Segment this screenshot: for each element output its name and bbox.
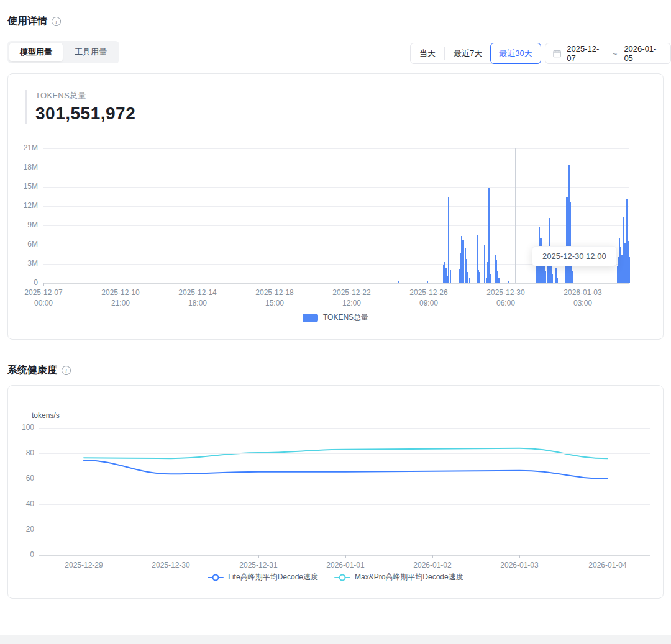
date-range-start: 2025-12-07 <box>567 44 606 63</box>
x-axis-tick <box>258 555 259 558</box>
line-series <box>84 460 608 479</box>
tab-model-usage[interactable]: 模型用量 <box>9 43 63 61</box>
y-axis-label: 6M <box>8 240 38 248</box>
gridline <box>43 168 629 168</box>
chart-crosshair-line <box>515 148 516 283</box>
legend-label: Max&Pro高峰期平均Decode速度 <box>355 572 463 583</box>
x-axis-label: 2026-01-04 <box>573 560 642 571</box>
x-axis-label: 2025-12-1815:00 <box>240 288 309 309</box>
y-axis-label: 9M <box>8 220 38 229</box>
x-axis-label: 2026-01-0303:00 <box>549 288 617 309</box>
gridline <box>43 187 629 188</box>
legend-item[interactable]: Max&Pro高峰期平均Decode速度 <box>334 572 463 583</box>
x-axis-tick <box>352 283 352 286</box>
y-axis-label: 100 <box>4 423 34 432</box>
bar <box>484 245 485 283</box>
line-legend-icon <box>208 577 224 578</box>
tokens-chart-plot[interactable]: 2025-12-30 12:00 03M6M9M12M15M18M21M2025… <box>43 148 629 283</box>
x-axis-label: 2026-01-03 <box>485 560 554 571</box>
y-axis-label: 0 <box>8 278 38 287</box>
health-chart-plot[interactable]: 0204060801002025-12-292025-12-302025-12-… <box>39 428 650 555</box>
legend-item[interactable]: Lite高峰期平均Decode速度 <box>208 572 318 583</box>
bar <box>398 281 399 283</box>
x-axis-tick <box>171 555 171 558</box>
footer-strip <box>0 635 671 644</box>
bar <box>552 274 553 283</box>
stat-value: 301,551,972 <box>35 104 135 124</box>
bar <box>572 271 573 283</box>
gridline <box>43 148 629 149</box>
bar <box>488 188 490 283</box>
bar <box>450 270 451 283</box>
x-axis-tick <box>84 555 84 558</box>
tokens-total-stat: TOKENS总量 301,551,972 <box>25 90 135 124</box>
gridline <box>39 428 650 429</box>
legend-label: TOKENS总量 <box>323 313 368 322</box>
gridline <box>39 479 650 479</box>
bar <box>467 272 468 283</box>
bar <box>462 240 464 283</box>
health-title-text: 系统健康度 <box>7 364 57 377</box>
gridline <box>39 504 650 505</box>
gridline <box>39 555 650 556</box>
tab-tool-usage[interactable]: 工具用量 <box>64 43 117 61</box>
date-range-end: 2026-01-05 <box>624 44 663 63</box>
bar <box>557 278 558 283</box>
bar <box>490 274 491 283</box>
line-chart-svg <box>39 428 650 555</box>
info-icon[interactable]: i <box>52 17 61 26</box>
x-axis-tick <box>506 283 506 286</box>
bar <box>545 271 546 283</box>
range-today-button[interactable]: 当天 <box>411 43 444 63</box>
usage-tabs: 模型用量 工具用量 <box>7 41 119 63</box>
bar <box>629 257 630 283</box>
y-axis-unit-label: tokens/s <box>32 411 60 420</box>
x-axis-label: 2026-01-01 <box>311 560 380 571</box>
tokens-usage-card: TOKENS总量 301,551,972 2025-12-30 12:00 03… <box>7 73 664 340</box>
x-axis-tick <box>519 555 520 558</box>
y-axis-label: 20 <box>4 525 34 533</box>
health-chart-legend[interactable]: Lite高峰期平均Decode速度Max&Pro高峰期平均Decode速度 <box>8 572 663 583</box>
range-30days-button[interactable]: 最近30天 <box>490 43 541 64</box>
date-range-picker[interactable]: 2025-12-07 ~ 2026-01-05 <box>545 43 671 64</box>
y-axis-label: 15M <box>8 182 38 191</box>
time-range-group: 当天 最近7天 最近30天 <box>410 43 541 64</box>
y-axis-label: 3M <box>8 259 38 268</box>
x-axis-label: 2025-12-3006:00 <box>472 288 540 309</box>
chart-tooltip: 2025-12-30 12:00 <box>532 246 617 266</box>
range-7days-button[interactable]: 最近7天 <box>445 43 491 63</box>
bar <box>479 272 480 283</box>
bar <box>427 281 428 283</box>
y-axis-label: 80 <box>4 448 34 457</box>
bar <box>566 197 568 283</box>
legend-label: Lite高峰期平均Decode速度 <box>228 572 318 583</box>
legend-item: TOKENS总量 <box>303 312 368 323</box>
calendar-icon <box>553 49 561 58</box>
bar <box>498 278 500 283</box>
legend-circle <box>212 574 219 581</box>
x-axis-tick <box>275 283 275 286</box>
x-axis-label: 2025-12-29 <box>50 560 118 571</box>
tokens-chart-legend[interactable]: TOKENS总量 <box>8 312 663 323</box>
stat-label: TOKENS总量 <box>35 90 135 101</box>
gridline <box>39 453 650 454</box>
x-axis-tick <box>429 283 429 286</box>
x-axis-label: 2025-12-1418:00 <box>163 288 232 309</box>
page-title: 使用详情 i <box>7 15 61 28</box>
system-health-card: tokens/s 0204060801002025-12-292025-12-3… <box>7 385 664 599</box>
x-axis-label: 2025-12-1021:00 <box>86 288 155 309</box>
y-axis-label: 0 <box>4 550 34 559</box>
bar <box>508 281 509 283</box>
y-axis-label: 18M <box>8 163 38 171</box>
bar <box>469 278 470 283</box>
x-axis-label: 2025-12-2212:00 <box>317 288 386 309</box>
y-axis-label: 21M <box>8 143 38 152</box>
bar <box>448 197 449 284</box>
info-icon[interactable]: i <box>62 366 71 375</box>
line-legend-icon <box>334 577 350 578</box>
x-axis-tick <box>345 555 346 558</box>
x-axis-tick <box>121 283 121 286</box>
x-axis-tick <box>43 283 44 286</box>
x-axis-label: 2025-12-2609:00 <box>395 288 463 309</box>
y-axis-label: 40 <box>4 499 34 508</box>
